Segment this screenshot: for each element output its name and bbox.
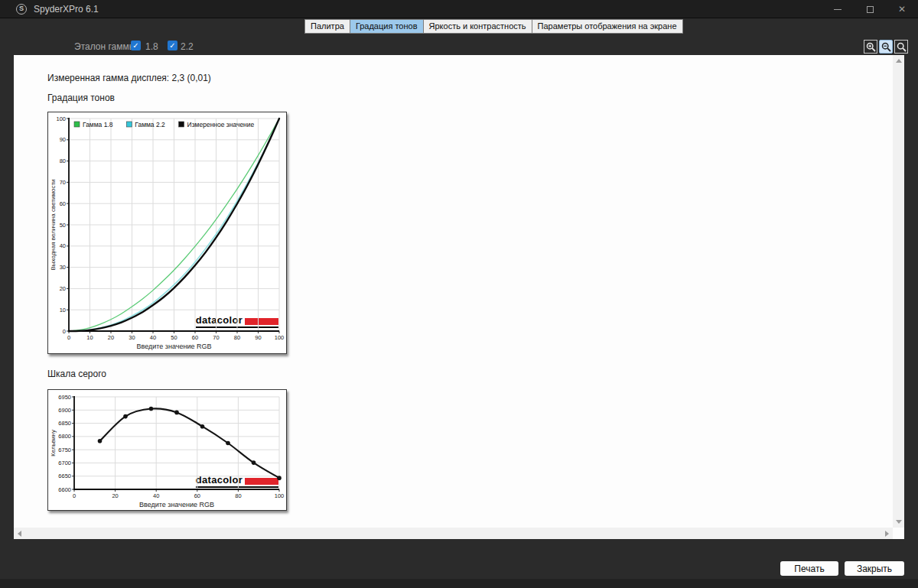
window-controls: ✕ bbox=[822, 0, 918, 18]
svg-text:70: 70 bbox=[60, 179, 66, 186]
gamma-1-8-label: 1.8 bbox=[145, 41, 158, 52]
window-title: SpyderXPro 6.1 bbox=[34, 4, 99, 15]
section-title-tone-response: Градация тонов bbox=[47, 93, 115, 103]
svg-text:Кельвину: Кельвину bbox=[50, 430, 57, 456]
maximize-icon bbox=[867, 6, 874, 13]
svg-text:100: 100 bbox=[275, 334, 285, 341]
scroll-down-icon[interactable] bbox=[896, 520, 902, 524]
zoom-in-icon bbox=[866, 42, 876, 52]
report-panel: Измеренная гамма дисплея: 2,3 (0,01) Гра… bbox=[14, 55, 893, 528]
svg-text:60: 60 bbox=[192, 334, 198, 341]
titlebar: S SpyderXPro 6.1 ✕ bbox=[0, 0, 918, 18]
svg-text:60: 60 bbox=[194, 492, 200, 499]
zoom-toolbar bbox=[864, 40, 908, 54]
svg-text:10: 10 bbox=[86, 334, 93, 341]
measured-gamma-text: Измеренная гамма дисплея: 2,3 (0,01) bbox=[47, 73, 211, 83]
scroll-left-icon[interactable] bbox=[18, 531, 21, 537]
svg-text:6600: 6600 bbox=[58, 486, 71, 493]
svg-text:Гамма 1.8: Гамма 1.8 bbox=[83, 121, 113, 128]
content-area: Измеренная гамма дисплея: 2,3 (0,01) Гра… bbox=[14, 55, 904, 539]
svg-text:60: 60 bbox=[60, 200, 66, 207]
header-row: Эталон гаммы: ✓ 1.8 ✓ 2.2 bbox=[0, 32, 918, 55]
svg-text:6850: 6850 bbox=[58, 420, 71, 427]
svg-text:6900: 6900 bbox=[58, 407, 71, 414]
zoom-out-button[interactable] bbox=[879, 40, 893, 54]
svg-text:40: 40 bbox=[153, 492, 159, 499]
svg-text:0: 0 bbox=[63, 328, 66, 335]
svg-text:6800: 6800 bbox=[58, 433, 71, 440]
svg-text:40: 40 bbox=[150, 334, 156, 341]
svg-text:20: 20 bbox=[112, 492, 118, 499]
app-logo-icon: S bbox=[16, 4, 27, 15]
svg-text:Введите значение RGB: Введите значение RGB bbox=[137, 343, 212, 350]
svg-text:Выходная величина светимости: Выходная величина светимости bbox=[50, 179, 57, 270]
close-button[interactable]: ✕ bbox=[886, 0, 918, 18]
svg-text:90: 90 bbox=[60, 136, 66, 143]
gamma-1-8-checkbox[interactable]: ✓ bbox=[131, 41, 141, 50]
close-dialog-button[interactable]: Закрыть bbox=[845, 561, 904, 576]
print-button[interactable]: Печать bbox=[780, 561, 838, 576]
svg-text:20: 20 bbox=[60, 285, 66, 292]
zoom-out-icon bbox=[881, 42, 891, 52]
svg-text:100: 100 bbox=[275, 492, 285, 499]
close-icon: ✕ bbox=[898, 4, 906, 15]
svg-text:10: 10 bbox=[60, 307, 66, 313]
svg-text:80: 80 bbox=[234, 334, 240, 341]
gamma-2-2-label: 2.2 bbox=[181, 41, 194, 52]
svg-text:0: 0 bbox=[67, 334, 70, 341]
minimize-icon bbox=[834, 9, 842, 10]
svg-text:Измеренное значение: Измеренное значение bbox=[187, 121, 255, 128]
svg-text:6750: 6750 bbox=[58, 447, 71, 453]
minimize-button[interactable] bbox=[822, 0, 854, 18]
tone-response-chart: datacolor 010203040506070809010001020304… bbox=[47, 112, 287, 354]
gamma-reference-label: Эталон гаммы: bbox=[74, 41, 138, 52]
section-title-gray-scale: Шкала серого bbox=[47, 369, 106, 379]
scroll-up-icon[interactable] bbox=[896, 59, 902, 63]
svg-text:Введите значение RGB: Введите значение RGB bbox=[139, 501, 214, 508]
horizontal-scrollbar[interactable] bbox=[14, 528, 893, 539]
svg-text:80: 80 bbox=[235, 492, 241, 499]
svg-text:20: 20 bbox=[108, 334, 114, 341]
svg-text:6950: 6950 bbox=[58, 394, 71, 401]
zoom-in-button[interactable] bbox=[864, 40, 877, 54]
svg-text:0: 0 bbox=[73, 492, 76, 499]
svg-text:30: 30 bbox=[60, 264, 66, 271]
svg-text:30: 30 bbox=[129, 334, 135, 341]
svg-text:50: 50 bbox=[60, 222, 66, 229]
gray-scale-chart: datacolor 020406080100660066506700675068… bbox=[47, 389, 287, 511]
vertical-scrollbar[interactable] bbox=[893, 55, 904, 528]
svg-text:Гамма 2.2: Гамма 2.2 bbox=[135, 121, 165, 128]
svg-text:6650: 6650 bbox=[58, 473, 71, 479]
scroll-right-icon[interactable] bbox=[885, 531, 889, 537]
zoom-reset-button[interactable] bbox=[894, 40, 908, 54]
svg-text:100: 100 bbox=[56, 115, 66, 122]
maximize-button[interactable] bbox=[854, 0, 886, 18]
svg-text:80: 80 bbox=[60, 158, 66, 164]
svg-text:70: 70 bbox=[213, 334, 219, 341]
svg-text:6700: 6700 bbox=[58, 460, 71, 466]
bottom-strip bbox=[0, 579, 918, 588]
svg-text:50: 50 bbox=[171, 334, 177, 341]
scrollbar-corner bbox=[893, 528, 904, 539]
gamma-2-2-checkbox[interactable]: ✓ bbox=[168, 41, 177, 50]
svg-text:40: 40 bbox=[60, 242, 66, 249]
svg-text:90: 90 bbox=[255, 334, 261, 341]
zoom-reset-icon bbox=[897, 42, 907, 52]
